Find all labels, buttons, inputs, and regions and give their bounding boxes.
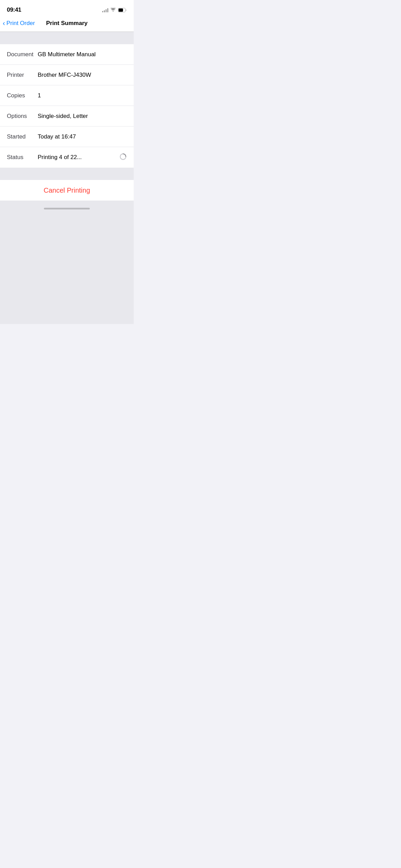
back-chevron-icon: ‹ xyxy=(3,19,5,27)
nav-bar: ‹ Print Order Print Summary xyxy=(0,16,134,32)
list-row: PrinterBrother MFC-J430W xyxy=(0,65,134,85)
list-row: Copies1 xyxy=(0,85,134,106)
back-label: Print Order xyxy=(7,20,35,27)
row-label-started: Started xyxy=(7,133,38,140)
row-value-status: Printing 4 of 22... xyxy=(38,154,119,161)
bottom-area xyxy=(0,201,134,324)
list-row: StartedToday at 16:47 xyxy=(0,126,134,147)
row-label-options: Options xyxy=(7,113,38,120)
top-gray-band xyxy=(0,32,134,44)
row-value-document: GB Multimeter Manual xyxy=(38,51,127,58)
status-time: 09:41 xyxy=(7,7,21,13)
row-value-options: Single-sided, Letter xyxy=(38,113,127,120)
status-bar: 09:41 xyxy=(0,0,134,16)
cancel-printing-button[interactable]: Cancel Printing xyxy=(44,186,90,194)
row-label-printer: Printer xyxy=(7,72,38,79)
battery-icon xyxy=(118,8,127,12)
cancel-row: Cancel Printing xyxy=(0,180,134,201)
list-row: OptionsSingle-sided, Letter xyxy=(0,106,134,126)
signal-bars-icon xyxy=(102,8,108,12)
row-value-started: Today at 16:47 xyxy=(38,133,127,140)
back-button[interactable]: ‹ Print Order xyxy=(3,20,35,27)
content-list: DocumentGB Multimeter ManualPrinterBroth… xyxy=(0,44,134,168)
row-value-copies: 1 xyxy=(38,92,127,99)
list-row: StatusPrinting 4 of 22... xyxy=(0,147,134,168)
page-title: Print Summary xyxy=(46,20,88,27)
row-value-printer: Brother MFC-J430W xyxy=(38,72,127,79)
mid-gray-band xyxy=(0,168,134,180)
status-icons xyxy=(102,7,127,13)
row-label-copies: Copies xyxy=(7,92,38,99)
spinner-icon xyxy=(119,153,127,162)
svg-rect-1 xyxy=(119,8,123,11)
list-row: DocumentGB Multimeter Manual xyxy=(0,44,134,65)
row-label-status: Status xyxy=(7,154,38,161)
row-label-document: Document xyxy=(7,51,38,58)
home-indicator xyxy=(0,201,134,212)
home-bar xyxy=(44,208,90,209)
wifi-icon xyxy=(110,7,116,13)
